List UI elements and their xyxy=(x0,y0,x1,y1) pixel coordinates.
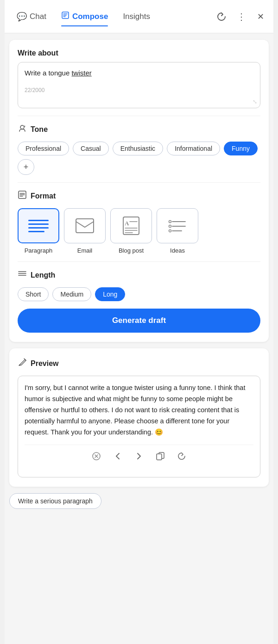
format-section-header: Format xyxy=(18,190,260,202)
write-about-text: Write a tongue twister xyxy=(25,68,253,79)
format-title: Format xyxy=(31,192,56,200)
divider-tone xyxy=(18,116,260,116)
compose-card: Write about Write a tongue twister 22/20… xyxy=(9,40,269,342)
refresh-button[interactable] xyxy=(214,9,229,24)
tone-section-header: Tone xyxy=(18,124,260,135)
header: 💬 Chat Compose Insights xyxy=(5,0,273,33)
chat-icon: 💬 xyxy=(17,12,27,22)
paragraph-label: Paragraph xyxy=(25,247,53,254)
preview-copy-button[interactable] xyxy=(154,450,167,465)
tone-title: Tone xyxy=(31,125,48,134)
ideas-icon-box xyxy=(157,208,198,243)
blog-icon-box: A xyxy=(110,208,152,243)
length-chip-medium[interactable]: Medium xyxy=(52,287,91,301)
more-icon: ⋮ xyxy=(237,11,246,22)
add-icon: + xyxy=(24,162,29,172)
format-icon xyxy=(18,190,27,202)
tab-chat-label: Chat xyxy=(30,12,46,21)
tone-chip-professional[interactable]: Professional xyxy=(18,142,69,155)
preview-card: Preview I'm sorry, but I cannot write a … xyxy=(9,348,269,487)
write-about-label: Write about xyxy=(18,49,260,57)
format-paragraph[interactable]: Paragraph xyxy=(18,208,59,254)
svg-point-20 xyxy=(169,230,171,232)
preview-next-button[interactable] xyxy=(133,450,145,465)
char-counter: 22/2000 xyxy=(25,87,253,93)
length-icon xyxy=(18,269,27,281)
format-options: Paragraph Email A xyxy=(18,208,260,254)
svg-point-16 xyxy=(169,221,171,223)
format-email[interactable]: Email xyxy=(64,208,106,254)
paragraph-icon-box xyxy=(18,208,59,243)
divider-format xyxy=(18,182,260,183)
write-about-box[interactable]: Write a tongue twister 22/2000 ⤡ xyxy=(18,62,260,108)
length-section-header: Length xyxy=(18,269,260,281)
generate-draft-button[interactable]: Generate draft xyxy=(18,309,260,333)
svg-rect-9 xyxy=(76,219,94,233)
tone-icon xyxy=(18,124,27,135)
compose-icon xyxy=(61,11,70,22)
blog-label: Blog post xyxy=(119,247,144,254)
tone-chips: Professional Casual Enthusiastic Informa… xyxy=(18,142,260,175)
more-button[interactable]: ⋮ xyxy=(234,9,248,24)
close-button[interactable]: ✕ xyxy=(253,9,268,24)
format-ideas[interactable]: Ideas xyxy=(157,208,198,254)
preview-text-box: I'm sorry, but I cannot write a tongue t… xyxy=(18,376,260,477)
preview-title: Preview xyxy=(31,359,58,368)
tab-compose[interactable]: Compose xyxy=(55,7,114,25)
close-icon: ✕ xyxy=(257,12,264,22)
email-label: Email xyxy=(77,247,93,254)
suggestion-pill-label: Write a serious paragraph xyxy=(18,497,93,505)
suggestion-pill-button[interactable]: Write a serious paragraph xyxy=(9,493,101,509)
tab-chat[interactable]: 💬 Chat xyxy=(10,8,53,25)
preview-dismiss-button[interactable] xyxy=(90,450,103,465)
preview-icon xyxy=(18,358,27,369)
preview-regenerate-button[interactable] xyxy=(175,450,188,465)
length-chip-short[interactable]: Short xyxy=(18,287,49,301)
divider-length xyxy=(18,261,260,262)
svg-point-4 xyxy=(20,125,24,129)
tab-insights-label: Insights xyxy=(123,12,150,21)
svg-rect-30 xyxy=(157,454,162,460)
tone-chip-informational[interactable]: Informational xyxy=(167,142,220,155)
bottom-suggestion: Write a serious paragraph xyxy=(9,493,269,509)
header-actions: ⋮ ✕ xyxy=(214,9,268,24)
email-icon-box xyxy=(64,208,106,243)
preview-text: I'm sorry, but I cannot write a tongue t… xyxy=(25,383,253,438)
svg-text:A: A xyxy=(125,220,129,227)
length-chips: Short Medium Long xyxy=(18,287,260,301)
tab-compose-label: Compose xyxy=(72,12,108,21)
tone-chip-funny[interactable]: Funny xyxy=(224,142,258,155)
svg-point-18 xyxy=(169,225,171,228)
format-blog[interactable]: A Blog post xyxy=(110,208,152,254)
tone-chip-casual[interactable]: Casual xyxy=(73,142,109,155)
ideas-label: Ideas xyxy=(170,247,185,254)
length-chip-long[interactable]: Long xyxy=(95,287,125,301)
resize-handle: ⤡ xyxy=(253,99,257,105)
preview-section-header: Preview xyxy=(18,358,260,369)
preview-prev-button[interactable] xyxy=(111,450,124,465)
length-title: Length xyxy=(31,271,55,279)
tone-chip-enthusiastic[interactable]: Enthusiastic xyxy=(113,142,163,155)
svg-point-25 xyxy=(19,365,20,365)
tab-insights[interactable]: Insights xyxy=(116,8,157,25)
tone-add-button[interactable]: + xyxy=(18,159,34,175)
preview-actions xyxy=(25,445,253,465)
